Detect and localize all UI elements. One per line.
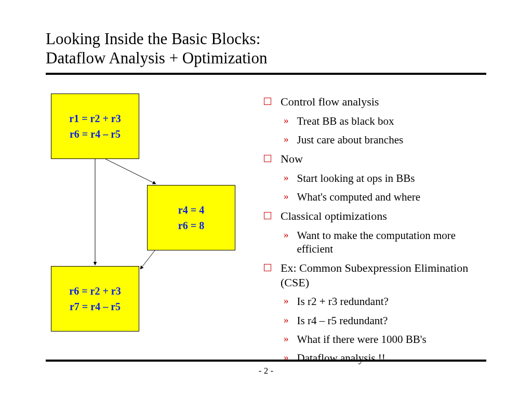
title-line-2: Dataflow Analysis + Optimization <box>46 49 267 67</box>
arrow-bullet-icon: » <box>284 229 289 241</box>
bullet-text: Dataflow analysis !! <box>297 351 483 365</box>
bb2-line2: r6 = 8 <box>178 218 204 233</box>
square-bullet-icon <box>264 155 271 162</box>
arrow-bullet-icon: » <box>284 295 289 307</box>
bullet-level-1: Control flow analysis <box>264 95 482 109</box>
arrow-bullet-icon: » <box>284 314 289 326</box>
arrow-bullet-icon: » <box>284 115 289 126</box>
bullet-text: Control flow analysis <box>281 95 482 109</box>
bullet-text: Want to make the computation more effici… <box>297 229 483 256</box>
bullet-text: Just care about branches <box>297 133 483 147</box>
square-bullet-icon <box>264 212 271 219</box>
bullet-text: Is r4 – r5 redundant? <box>297 314 483 327</box>
arrow-bullet-icon: » <box>284 333 289 344</box>
bullet-level-2: »Dataflow analysis !! <box>284 351 482 365</box>
arrow-bullet-icon: » <box>284 134 289 145</box>
bullet-text: Classical optimizations <box>281 209 482 223</box>
slide-title: Looking Inside the Basic Blocks: Dataflo… <box>46 29 486 68</box>
bullet-level-1: Ex: Common Subexpression Elimination (CS… <box>264 261 482 289</box>
page-number: - 2 - <box>0 366 532 376</box>
bb3-line1: r6 = r2 + r3 <box>69 283 121 299</box>
bullet-level-2: »What's computed and where <box>284 190 482 204</box>
bb3-line2: r7 = r4 – r5 <box>70 299 121 314</box>
bb1-line2: r6 = r4 – r5 <box>70 126 121 142</box>
bullet-level-2: »Is r2 + r3 redundant? <box>284 295 482 308</box>
bullet-text: Now <box>281 152 482 166</box>
bb1-line1: r1 = r2 + r3 <box>69 111 121 126</box>
square-bullet-icon <box>264 264 271 271</box>
square-bullet-icon <box>264 98 271 105</box>
bottom-rule <box>46 360 486 362</box>
bullet-text: Is r2 + r3 redundant? <box>297 295 483 308</box>
bullet-list: Control flow analysis»Treat BB as black … <box>264 95 482 370</box>
bullet-level-2: »Just care about branches <box>284 133 482 147</box>
bullet-level-2: »Want to make the computation more effic… <box>284 229 482 256</box>
flow-diagram: r1 = r2 + r3 r6 = r4 – r5 r4 = 4 r6 = 8 … <box>46 85 254 366</box>
bullet-level-2: »Start looking at ops in BBs <box>284 171 482 185</box>
bullet-level-2: »Is r4 – r5 redundant? <box>284 314 482 327</box>
bb2-line1: r4 = 4 <box>178 202 204 218</box>
basic-block-2: r4 = 4 r6 = 8 <box>147 185 235 250</box>
bullet-text: Treat BB as black box <box>297 114 483 128</box>
title-rule <box>46 73 486 75</box>
slide-content: r1 = r2 + r3 r6 = r4 – r5 r4 = 4 r6 = 8 … <box>46 85 486 366</box>
basic-block-1: r1 = r2 + r3 r6 = r4 – r5 <box>51 94 139 159</box>
bullet-text: What's computed and where <box>297 190 483 204</box>
bullet-text: Start looking at ops in BBs <box>297 171 483 185</box>
arrow-bb2-to-bb3 <box>140 250 155 269</box>
title-line-1: Looking Inside the Basic Blocks: <box>46 30 260 48</box>
bullet-level-2: »Treat BB as black box <box>284 114 482 128</box>
arrow-bullet-icon: » <box>284 191 289 202</box>
bullet-level-2: »What if there were 1000 BB's <box>284 333 482 346</box>
bullet-text: Ex: Common Subexpression Elimination (CS… <box>281 261 482 289</box>
slide: Looking Inside the Basic Blocks: Dataflo… <box>0 0 532 411</box>
arrow-bb1-to-bb2 <box>105 159 156 184</box>
basic-block-3: r6 = r2 + r3 r7 = r4 – r5 <box>51 266 139 332</box>
arrow-bullet-icon: » <box>284 172 289 183</box>
bullet-level-1: Now <box>264 152 482 166</box>
bullet-level-1: Classical optimizations <box>264 209 482 223</box>
bullet-text: What if there were 1000 BB's <box>297 333 483 346</box>
